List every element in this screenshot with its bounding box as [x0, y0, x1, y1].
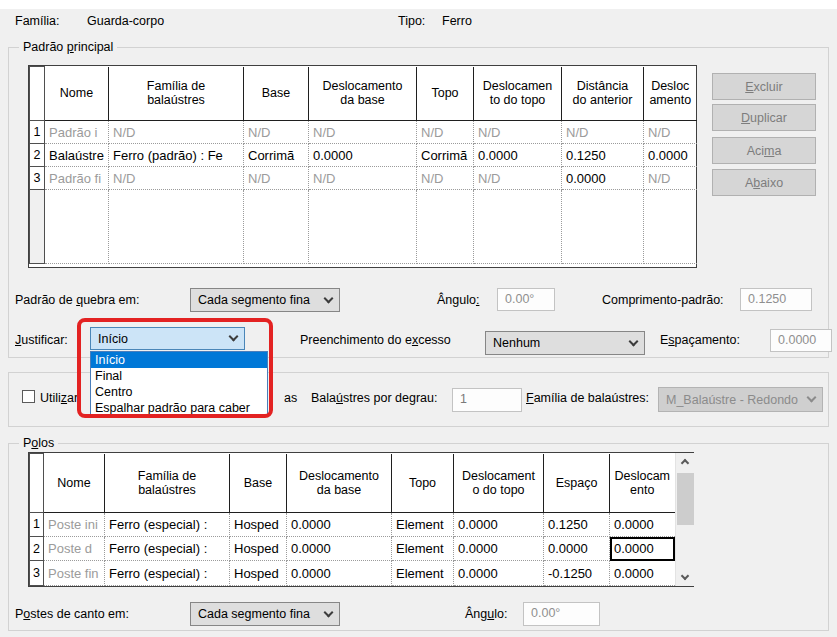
- dropdown-option-final[interactable]: Final: [91, 368, 267, 384]
- cell-nome[interactable]: Poste fin: [44, 561, 105, 586]
- table-row: 1 Padrão i N/D N/D N/D N/D N/D N/D N/D: [30, 121, 697, 144]
- pattern-length-field[interactable]: 0.1250: [740, 288, 812, 311]
- cell-distancia[interactable]: 0.0000: [562, 167, 644, 190]
- vertical-scrollbar[interactable]: [675, 453, 694, 586]
- cell-desloc-topo[interactable]: 0.0000: [454, 537, 544, 561]
- cell-desloc-topo[interactable]: N/D: [474, 121, 562, 144]
- type-label: Tipo:: [398, 14, 425, 28]
- pattern-break-combobox[interactable]: Cada segmento fina: [190, 288, 340, 312]
- cell-familia[interactable]: N/D: [109, 121, 244, 144]
- angle-field[interactable]: 0.00°: [497, 288, 555, 311]
- cell-topo[interactable]: N/D: [417, 167, 474, 190]
- cell-nome[interactable]: Poste d: [44, 537, 105, 561]
- row-number[interactable]: 1: [30, 121, 45, 144]
- dropdown-option-espalhar[interactable]: Espalhar padrão para caber: [91, 400, 267, 416]
- spacing-field[interactable]: 0.0000: [770, 329, 832, 352]
- cell-familia[interactable]: Ferro (especial) :: [105, 561, 230, 586]
- corner-angle-field[interactable]: 0.00°: [523, 602, 600, 626]
- dropdown-option-inicio[interactable]: Início: [91, 352, 267, 368]
- cell-base[interactable]: Hosped: [230, 537, 287, 561]
- type-value: Ferro: [442, 14, 472, 28]
- table-row: 2 Poste d Ferro (especial) : Hosped 0.00…: [30, 537, 675, 561]
- row-number[interactable]: 3: [30, 167, 45, 190]
- cell-nome[interactable]: Balaústre: [45, 144, 109, 167]
- cell-desloc-base[interactable]: 0.0000: [287, 512, 392, 536]
- posts-col-familia: Família de balaústres: [105, 454, 230, 513]
- posts-group-label: Polos: [19, 436, 58, 450]
- cell-desloc[interactable]: 0.0000: [610, 512, 675, 536]
- cell-familia[interactable]: Ferro (especial) :: [105, 537, 230, 561]
- posts-col-num: [30, 454, 44, 513]
- justify-combobox[interactable]: Início: [90, 327, 245, 350]
- move-up-button[interactable]: Acima: [712, 137, 816, 164]
- cell-base[interactable]: N/D: [244, 121, 309, 144]
- main-col-base: Base: [244, 67, 309, 121]
- cell-desloc[interactable]: N/D: [644, 121, 697, 144]
- cell-desloc-topo[interactable]: 0.0000: [474, 144, 562, 167]
- cell-topo[interactable]: Element: [392, 537, 454, 561]
- cell-nome[interactable]: Padrão fi: [45, 167, 109, 190]
- scroll-up-button[interactable]: [676, 453, 695, 470]
- corner-posts-label: Postes de canto em:: [15, 607, 129, 621]
- cell-nome[interactable]: Padrão i: [45, 121, 109, 144]
- posts-col-desloc-topo: Deslocament o do topo: [454, 454, 544, 513]
- cell-familia[interactable]: N/D: [109, 167, 244, 190]
- row-number[interactable]: 3: [30, 561, 44, 586]
- cell-espaco[interactable]: -0.1250: [544, 561, 610, 586]
- cell-desloc-base[interactable]: 0.0000: [309, 144, 417, 167]
- cell-nome[interactable]: Poste ini: [44, 512, 105, 536]
- main-col-desloc-topo: Deslocamen to do topo: [474, 67, 562, 121]
- posts-col-nome: Nome: [44, 454, 105, 513]
- move-down-button[interactable]: Abaixo: [712, 169, 816, 196]
- cell-base[interactable]: Corrimã: [244, 144, 309, 167]
- table-row: 2 Balaústre Ferro (padrão) : Fe Corrimã …: [30, 144, 697, 167]
- row-number[interactable]: 2: [30, 144, 45, 167]
- cell-desloc-topo[interactable]: 0.0000: [454, 561, 544, 586]
- corner-posts-combobox[interactable]: Cada segmento fina: [190, 602, 340, 626]
- cell-espaco[interactable]: 0.0000: [544, 537, 610, 561]
- main-col-nome: Nome: [45, 67, 109, 121]
- dropdown-option-centro[interactable]: Centro: [91, 384, 267, 400]
- cell-base[interactable]: N/D: [244, 167, 309, 190]
- duplicate-button[interactable]: Duplicar: [712, 104, 816, 131]
- scrollbar-thumb[interactable]: [677, 473, 694, 525]
- cell-topo[interactable]: Element: [392, 561, 454, 586]
- cell-familia[interactable]: Ferro (padrão) : Fe: [109, 144, 244, 167]
- cell-base[interactable]: Hosped: [230, 561, 287, 586]
- cell-desloc-topo[interactable]: N/D: [474, 167, 562, 190]
- cell-desloc-base[interactable]: N/D: [309, 167, 417, 190]
- balusters-per-tread-field[interactable]: 1: [452, 388, 522, 412]
- cell-base[interactable]: Hosped: [230, 512, 287, 536]
- corner-angle-label: Ângulo:: [465, 607, 507, 621]
- row-number[interactable]: 2: [30, 537, 44, 561]
- cell-topo[interactable]: N/D: [417, 121, 474, 144]
- selected-cell[interactable]: 0.0000: [610, 537, 675, 561]
- row-number[interactable]: 1: [30, 512, 44, 536]
- baluster-family-combobox[interactable]: M_Balaústre - Redondo: [658, 387, 823, 412]
- cell-desloc[interactable]: N/D: [644, 167, 697, 190]
- use-baluster-per-tread-checkbox[interactable]: [22, 390, 35, 403]
- delete-button[interactable]: Excluir: [712, 73, 816, 100]
- cell-desloc-topo[interactable]: 0.0000: [454, 512, 544, 536]
- pattern-length-label: Comprimento-padrão:: [602, 293, 724, 307]
- scroll-down-button[interactable]: [676, 569, 695, 586]
- cell-desloc-base[interactable]: 0.0000: [287, 537, 392, 561]
- spacing-label: Espaçamento:: [660, 333, 740, 347]
- excess-fill-combobox[interactable]: Nenhum: [485, 331, 645, 355]
- cell-espaco[interactable]: 0.1250: [544, 512, 610, 536]
- main-pattern-group-label: Padrão principal: [19, 40, 117, 54]
- cell-desloc[interactable]: 0.0000: [610, 561, 675, 586]
- cell-familia[interactable]: Ferro (especial) :: [105, 512, 230, 536]
- balusters-per-tread-label: Balaústres por degrau:: [311, 391, 437, 405]
- main-pattern-table: Nome Família de balaústres Base Deslocam…: [28, 65, 697, 268]
- cell-topo[interactable]: Corrimã: [417, 144, 474, 167]
- cell-desloc-base[interactable]: 0.0000: [287, 561, 392, 586]
- chevron-down-icon: [807, 393, 817, 403]
- cell-topo[interactable]: Element: [392, 512, 454, 536]
- cell-desloc-base[interactable]: N/D: [309, 121, 417, 144]
- cell-distancia[interactable]: 0.1250: [562, 144, 644, 167]
- cell-desloc[interactable]: 0.0000: [644, 144, 697, 167]
- chevron-down-icon: [629, 336, 639, 346]
- cell-distancia[interactable]: N/D: [562, 121, 644, 144]
- empty-table-area: [30, 190, 697, 264]
